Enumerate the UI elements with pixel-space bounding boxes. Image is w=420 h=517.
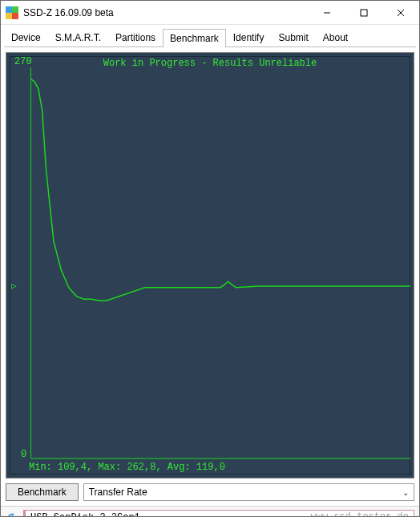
app-icon bbox=[6, 6, 18, 19]
tab-smart[interactable]: S.M.A.R.T. bbox=[48, 28, 108, 46]
watermark: www.ssd-tester.de bbox=[311, 511, 409, 518]
window-controls bbox=[309, 1, 419, 24]
status-bar: USB SanDisk 3.2Gen1 www.ssd-tester.de bbox=[1, 506, 419, 517]
benchmark-chart: Work in Progress - Results Unreliable 27… bbox=[6, 52, 414, 479]
window-title: SSD-Z 16.09.09 beta bbox=[23, 7, 309, 18]
chart-y-min: 0 bbox=[21, 449, 26, 460]
benchmark-button[interactable]: Benchmark bbox=[6, 483, 79, 501]
tab-about[interactable]: About bbox=[316, 28, 355, 46]
minimize-button[interactable] bbox=[309, 1, 345, 24]
benchmark-controls: Benchmark Transfer Rate ⌄ bbox=[6, 483, 414, 501]
mode-select[interactable]: Transfer Rate ⌄ bbox=[83, 483, 414, 501]
maximize-button[interactable] bbox=[345, 1, 382, 24]
svg-rect-1 bbox=[361, 10, 367, 16]
tab-identify[interactable]: Identify bbox=[226, 28, 272, 46]
tab-bar: Device S.M.A.R.T. Partitions Benchmark I… bbox=[1, 25, 419, 46]
close-button[interactable] bbox=[382, 1, 419, 24]
tab-submit[interactable]: Submit bbox=[271, 28, 315, 46]
chevron-down-icon: ⌄ bbox=[402, 488, 409, 497]
tab-benchmark[interactable]: Benchmark bbox=[163, 29, 226, 47]
tab-device[interactable]: Device bbox=[4, 28, 48, 46]
tab-partitions[interactable]: Partitions bbox=[108, 28, 163, 46]
chart-title: Work in Progress - Results Unreliable bbox=[6, 58, 414, 69]
chart-plot bbox=[6, 53, 414, 478]
mode-select-value: Transfer Rate bbox=[89, 487, 147, 498]
chart-avg-marker: ▷ bbox=[11, 281, 17, 291]
chart-stats: Min: 109,4, Max: 262,8, Avg: 119,0 bbox=[29, 462, 225, 473]
titlebar: SSD-Z 16.09.09 beta bbox=[1, 1, 419, 25]
refresh-icon[interactable] bbox=[6, 511, 18, 518]
drive-name: USB SanDisk 3.2Gen1 bbox=[30, 512, 140, 518]
drive-status[interactable]: USB SanDisk 3.2Gen1 www.ssd-tester.de bbox=[23, 510, 414, 518]
chart-y-max: 270 bbox=[14, 56, 32, 67]
